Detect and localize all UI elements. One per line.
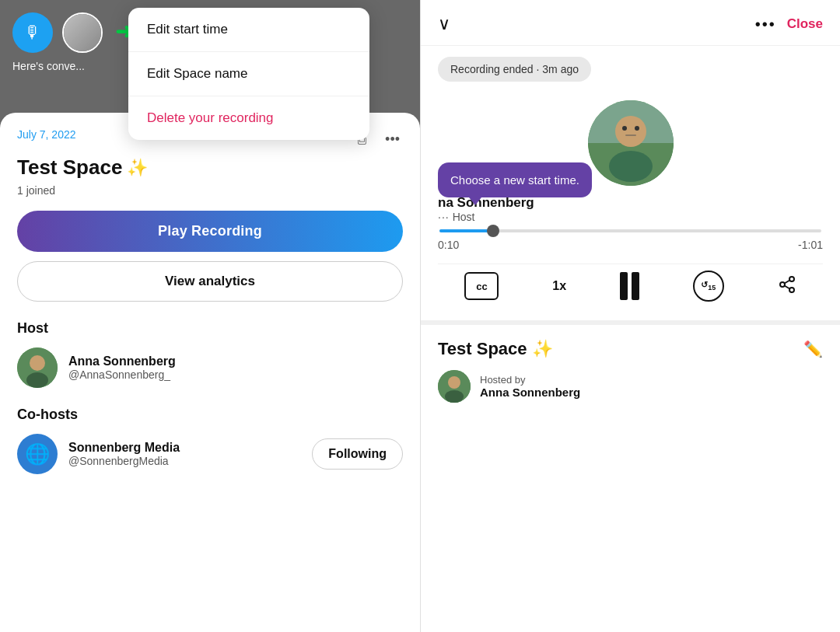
dropdown-edit-space-name[interactable]: Edit Space name bbox=[128, 52, 369, 96]
time-row: 0:10 -1:01 bbox=[438, 239, 823, 251]
space-title-text: Test Space bbox=[17, 155, 122, 180]
play-recording-button[interactable]: Play Recording bbox=[17, 211, 403, 252]
pause-button[interactable] bbox=[620, 272, 639, 300]
player-host-role: ··· Host bbox=[438, 211, 474, 223]
chevron-down-icon[interactable]: ∨ bbox=[438, 14, 450, 34]
host-name: Anna Sonnenberg bbox=[68, 354, 176, 368]
view-analytics-button[interactable]: View analytics bbox=[17, 261, 403, 302]
svg-point-1 bbox=[30, 355, 45, 371]
joined-count: 1 joined bbox=[17, 184, 403, 197]
bottom-space-card: Test Space ✨ ✏️ Hosted by Anna Sonnenber… bbox=[421, 320, 840, 632]
pause-bar-left bbox=[620, 272, 628, 300]
speed-button[interactable]: 1x bbox=[552, 279, 566, 293]
following-button[interactable]: Following bbox=[312, 438, 403, 470]
svg-rect-9 bbox=[625, 134, 636, 136]
host-handle: @AnnaSonnenberg_ bbox=[68, 368, 176, 381]
svg-point-12 bbox=[789, 288, 794, 292]
dropdown-edit-start-time[interactable]: Edit start time bbox=[128, 8, 369, 52]
cohost-name: Sonnenberg Media bbox=[68, 441, 301, 455]
status-pill: Recording ended · 3m ago bbox=[438, 57, 591, 82]
svg-point-7 bbox=[622, 126, 627, 131]
pause-bar-right bbox=[632, 272, 639, 300]
screen: 🎙 ➜ Here's conve... Edit start time Edit… bbox=[0, 0, 840, 632]
mic-icon: 🎙 bbox=[24, 23, 41, 43]
progress-bar-container bbox=[438, 229, 823, 232]
top-text: Here's conve... bbox=[12, 59, 85, 75]
date-text: July 7, 2022 bbox=[17, 128, 76, 141]
bottom-sparkle-icon: ✨ bbox=[532, 339, 553, 359]
main-card: July 7, 2022 ⎙ ••• Test Space ✨ 1 joined… bbox=[0, 113, 420, 632]
time-remaining: -1:01 bbox=[798, 239, 823, 251]
more-options-icon[interactable]: ••• bbox=[755, 16, 776, 33]
skip-label: 15 bbox=[708, 285, 716, 292]
player-host-name: na Sonnenberg bbox=[438, 195, 534, 211]
skip-forward-icon: ↺15 bbox=[701, 280, 716, 292]
hosted-avatar bbox=[438, 370, 471, 403]
cohost-info: Sonnenberg Media @SonnenbergMedia bbox=[68, 441, 301, 467]
skip-forward-button[interactable]: ↺15 bbox=[693, 271, 724, 302]
progress-fill bbox=[439, 229, 493, 232]
progress-handle[interactable] bbox=[487, 225, 499, 237]
svg-point-11 bbox=[780, 282, 785, 287]
player-controls: cc 1x ↺15 bbox=[438, 264, 823, 308]
right-top-actions: ••• Close bbox=[755, 16, 823, 33]
recording-status: Recording ended · 3m ago bbox=[421, 46, 840, 93]
close-button[interactable]: Close bbox=[787, 16, 823, 32]
time-current: 0:10 bbox=[438, 239, 459, 251]
player-avatar bbox=[588, 100, 674, 186]
share-control-button[interactable] bbox=[778, 275, 796, 298]
hosted-text-block: Hosted by Anna Sonnenberg bbox=[480, 374, 580, 399]
player-section: Choose a new start time. na Sonnenberg ·… bbox=[421, 93, 840, 320]
svg-point-16 bbox=[448, 376, 460, 389]
dropdown-menu: Edit start time Edit Space name Delete y… bbox=[128, 8, 369, 140]
host-section-title: Host bbox=[17, 320, 403, 337]
cohosts-section-title: Co-hosts bbox=[17, 407, 403, 423]
tooltip-bubble: Choose a new start time. bbox=[438, 162, 592, 197]
host-role-label: Host bbox=[453, 211, 475, 223]
cc-button[interactable]: cc bbox=[464, 272, 499, 300]
svg-point-8 bbox=[635, 126, 639, 131]
svg-line-13 bbox=[784, 285, 789, 288]
svg-point-6 bbox=[609, 151, 653, 182]
space-title: Test Space ✨ bbox=[17, 155, 403, 180]
mic-button[interactable]: 🎙 bbox=[12, 12, 53, 53]
more-options-button[interactable]: ••• bbox=[382, 128, 403, 151]
cohost-avatar: 🌐 bbox=[17, 434, 58, 474]
host-row: Anna Sonnenberg @AnnaSonnenberg_ bbox=[17, 347, 403, 388]
hosted-by-row: Hosted by Anna Sonnenberg bbox=[438, 370, 823, 403]
cohost-handle: @SonnenbergMedia bbox=[68, 455, 301, 467]
hosted-by-label: Hosted by bbox=[480, 374, 580, 386]
globe-icon: 🌐 bbox=[25, 442, 50, 466]
progress-track[interactable] bbox=[439, 229, 821, 232]
bottom-title-text: Test Space bbox=[438, 339, 527, 359]
hosted-name: Anna Sonnenberg bbox=[480, 386, 580, 399]
left-panel: 🎙 ➜ Here's conve... Edit start time Edit… bbox=[0, 0, 420, 632]
right-top-bar: ∨ ••• Close bbox=[421, 0, 840, 46]
top-avatar bbox=[62, 12, 103, 53]
svg-point-2 bbox=[26, 372, 48, 388]
sparkle-icon: ✨ bbox=[127, 158, 148, 178]
dots-small: ··· bbox=[438, 211, 450, 223]
player-host-name-row: na Sonnenberg ··· Host bbox=[438, 195, 823, 223]
edit-icon[interactable]: ✏️ bbox=[803, 340, 823, 358]
cohost-row: 🌐 Sonnenberg Media @SonnenbergMedia Foll… bbox=[17, 434, 403, 474]
bottom-space-title: Test Space ✨ ✏️ bbox=[438, 339, 823, 359]
svg-point-17 bbox=[445, 390, 464, 403]
host-info: Anna Sonnenberg @AnnaSonnenberg_ bbox=[68, 354, 176, 381]
right-panel: ∨ ••• Close Recording ended · 3m ago Cho… bbox=[420, 0, 840, 632]
host-avatar bbox=[17, 347, 58, 388]
svg-point-10 bbox=[789, 277, 794, 281]
dropdown-delete-recording[interactable]: Delete your recording bbox=[128, 96, 369, 140]
svg-point-5 bbox=[615, 116, 646, 147]
svg-line-14 bbox=[784, 280, 789, 283]
